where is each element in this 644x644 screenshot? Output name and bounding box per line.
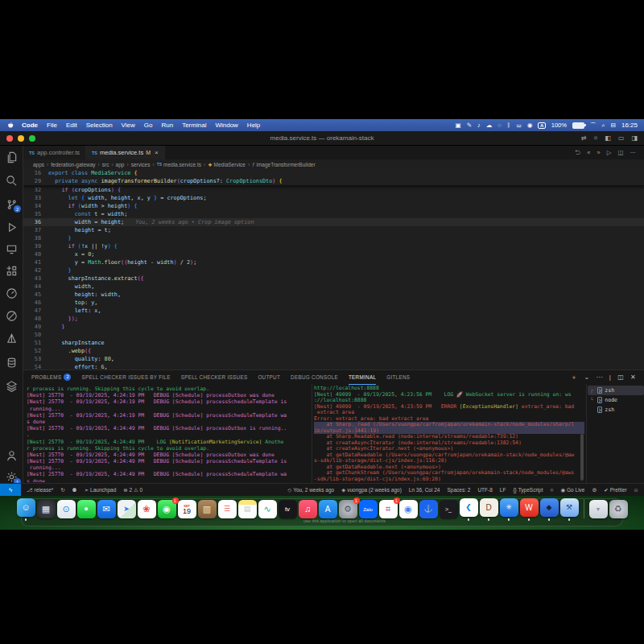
dock-zalo[interactable]: Zalo <box>359 500 378 518</box>
gauge-icon[interactable] <box>6 287 18 299</box>
customize-layout-icon[interactable]: ⌗ <box>594 134 598 142</box>
wifi-icon[interactable]: ⌒ <box>590 122 597 129</box>
display-icon[interactable]: ⊟ <box>611 122 616 129</box>
status-prettier[interactable]: ✔Prettier <box>604 487 626 493</box>
hotspot-icon[interactable]: ◌ <box>497 122 501 129</box>
split-editor-icon[interactable]: ◫ <box>617 149 623 156</box>
more-actions-icon[interactable]: ⋯ <box>630 149 637 156</box>
sound-icon[interactable]: ♪ <box>477 122 481 129</box>
live-server-icon[interactable] <box>6 243 18 255</box>
menu-run[interactable]: Run <box>161 122 173 129</box>
terminal-session-zsh[interactable]: ┌❯zsh <box>588 386 644 395</box>
dock-launchpad[interactable]: ▦ <box>37 500 56 518</box>
close-panel-icon[interactable]: ✕ <box>630 374 636 381</box>
input-source-icon[interactable]: A <box>538 122 545 129</box>
explorer-icon[interactable] <box>6 151 18 163</box>
menu-selection[interactable]: Selection <box>86 122 113 129</box>
battery-percent[interactable]: 100% <box>551 122 567 129</box>
more-icon[interactable]: ⋯ <box>596 374 602 381</box>
panel-tab-terminal[interactable]: TERMINAL <box>349 370 376 385</box>
dock-chrome[interactable]: ◉ <box>399 500 418 518</box>
panel-tab-spell-checker-issues[interactable]: SPELL CHECKER ISSUES <box>181 370 248 384</box>
dock-vscode[interactable]: ❮ <box>460 498 478 521</box>
divider[interactable]: | <box>609 374 611 381</box>
breadcrumb[interactable]: apps›federation-gateway›src›app›services… <box>23 159 644 169</box>
dock-trash[interactable]: ♻ <box>609 500 628 518</box>
breadcrumb-services[interactable]: services <box>131 162 151 167</box>
vscode-title-bar[interactable]: media.service.ts — orekamain-stack ⇄⌗◧▭◨ <box>0 131 644 146</box>
status-encoding[interactable]: UTF-8 <box>477 487 492 493</box>
dock-maps[interactable]: ➤ <box>118 500 136 518</box>
dock-contacts[interactable]: ▥ <box>198 500 217 518</box>
forward-icon[interactable]: » <box>597 149 600 156</box>
toggle-sidebar-icon[interactable]: ◧ <box>605 134 611 142</box>
earbuds-icon[interactable]: ⚍ <box>516 122 522 129</box>
terminal-pane-right[interactable]: http://localhost:8888[Nest] 49099 - 09/1… <box>314 386 584 484</box>
dock-safari[interactable]: ⊙ <box>57 500 76 518</box>
remote-indicator[interactable]: ϟ <box>0 484 21 496</box>
panel-tab-output[interactable]: OUTPUT <box>258 370 280 384</box>
dock-reminders[interactable]: ☰ <box>218 500 237 518</box>
toggle-panel-icon[interactable]: ▭ <box>618 134 625 142</box>
breadcrumb-federation-gateway[interactable]: federation-gateway <box>51 162 95 167</box>
dock-slack[interactable]: ⌗1 <box>379 500 398 518</box>
zoom-window-button[interactable] <box>29 135 35 142</box>
menu-window[interactable]: Window <box>215 122 237 129</box>
status-copilot-icon[interactable]: ⌾ <box>550 487 553 493</box>
menu-code[interactable]: Code <box>22 122 38 129</box>
apple-logo[interactable] <box>6 122 14 130</box>
status-profile-icon[interactable]: ⚉ <box>72 487 77 493</box>
status-blame-annotation[interactable]: ◇You, 2 weeks ago <box>287 487 334 493</box>
tab-app.controller.ts[interactable]: TSapp.controller.ts <box>23 146 86 159</box>
status-cursor-position[interactable]: Ln 36, Col 24 <box>409 487 440 493</box>
panel-tab-spell-checker-issues-by-file[interactable]: SPELL CHECKER ISSUES BY FILE <box>81 370 170 384</box>
dock-finder[interactable]: ☺ <box>17 498 35 521</box>
terminal-dropdown-icon[interactable]: ⌄ <box>584 374 589 381</box>
dock-messages[interactable]: ● <box>77 500 96 518</box>
panel-tab-gitlens[interactable]: GITLENS <box>386 370 410 384</box>
open-changes-icon[interactable]: ⮌ <box>575 149 581 156</box>
status-language-mode[interactable]: {}TypeScript <box>513 487 543 493</box>
settings-gear-icon[interactable]: 1 <box>6 471 18 483</box>
dock-downloads-folder[interactable]: ▼ <box>589 500 608 518</box>
status-indentation[interactable]: Spaces: 2 <box>447 487 470 493</box>
terminal-session-zsh[interactable]: ❯zsh <box>588 405 644 415</box>
toggle-updates-icon[interactable]: ⇄ <box>581 134 587 142</box>
battery-icon[interactable] <box>572 122 584 129</box>
status-notifications-bell-icon[interactable]: ⍾ <box>634 487 638 493</box>
database-icon[interactable] <box>6 357 18 369</box>
status-go-live[interactable]: ◉Go Live <box>560 487 584 493</box>
dock-xcode[interactable]: ⚒ <box>560 498 579 521</box>
prism-icon[interactable] <box>6 332 18 345</box>
dock-system-settings[interactable]: ⚙1 <box>339 500 357 518</box>
extensions-icon[interactable] <box>6 265 18 277</box>
dock-app-store[interactable]: A <box>319 500 337 518</box>
terminal-scrollbar[interactable] <box>580 434 584 481</box>
close-window-button[interactable] <box>6 135 13 142</box>
search-icon[interactable] <box>6 175 18 187</box>
terminal-session-node[interactable]: └❯node <box>588 395 644 405</box>
split-terminal-icon[interactable]: ◫ <box>617 374 624 381</box>
breadcrumb-app[interactable]: app <box>116 162 125 167</box>
account-icon[interactable] <box>6 450 18 462</box>
panel-tab-debug-console[interactable]: DEBUG CONSOLE <box>291 370 338 384</box>
terminal-pane-left[interactable]: r process is running. Skipping this cycl… <box>27 386 311 482</box>
run-file-icon[interactable]: ▷ <box>607 149 612 156</box>
dock-dbeaver[interactable]: D <box>480 498 498 521</box>
dock-calendar[interactable]: SEP19 <box>178 500 196 518</box>
breadcrumb-media.service.ts[interactable]: TSmedia.service.ts <box>157 162 201 167</box>
menu-file[interactable]: File <box>47 122 57 129</box>
dock-mail[interactable]: ✉ <box>97 500 116 518</box>
record-icon[interactable]: ◉ <box>527 122 533 129</box>
menu-go[interactable]: Go <box>144 122 153 129</box>
status-git-branch[interactable]: ⎇release* <box>27 487 53 493</box>
dock-photos[interactable]: ❀ <box>138 500 156 518</box>
screen-mirroring-icon[interactable]: ▣ <box>456 122 461 129</box>
cloud-icon[interactable]: ☁ <box>486 122 493 129</box>
menu-terminal[interactable]: Terminal <box>182 122 206 129</box>
dock-blue-tool-app[interactable]: ◆ <box>540 498 559 521</box>
status-gear-small-icon[interactable]: ⚙ <box>592 487 597 493</box>
status-sync-icon[interactable]: ↻ <box>60 487 64 493</box>
breadcrumb-imageTransformerBuilder[interactable]: ƒimageTransformerBuilder <box>252 162 315 167</box>
status-launchpad[interactable]: ➣Launchpad <box>85 487 117 493</box>
